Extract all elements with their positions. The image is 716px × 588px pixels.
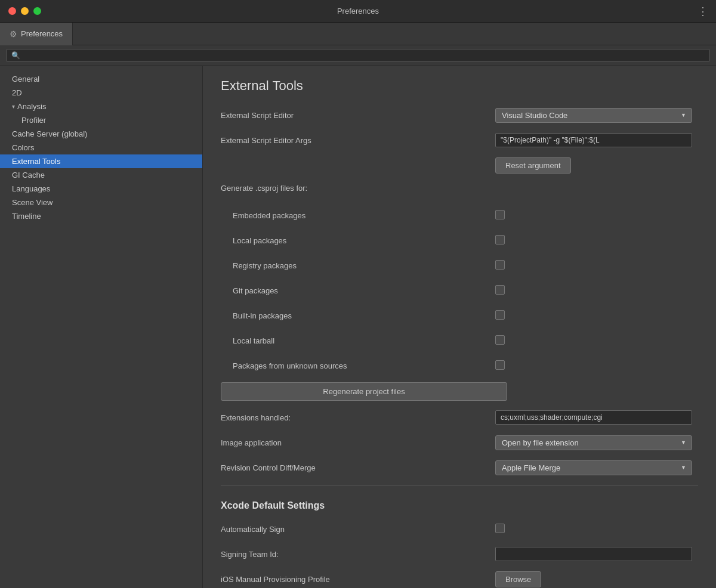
row-script-editor-args: External Script Editor Args — [221, 132, 698, 148]
control-reset: Reset argument — [495, 157, 698, 174]
control-image-application: Open by file extension — [495, 435, 698, 450]
menu-button[interactable]: ⋮ — [698, 5, 709, 18]
xcode-section-title: Xcode Default Settings — [221, 500, 698, 511]
control-pkg-embedded — [495, 210, 698, 221]
gear-icon: ⚙ — [10, 29, 17, 39]
close-button[interactable] — [8, 7, 16, 15]
label-script-editor-args: External Script Editor Args — [221, 136, 495, 145]
label-signing-team: Signing Team Id: — [221, 550, 495, 559]
sidebar-item-external-tools[interactable]: External Tools — [0, 154, 202, 168]
sidebar-item-colors[interactable]: Colors — [0, 141, 202, 154]
label-image-application: Image application — [221, 438, 495, 447]
tab-bar: ⚙ Preferences — [0, 23, 716, 45]
row-csproj-label: Generate .csproj files for: — [221, 182, 698, 199]
input-signing-team[interactable] — [495, 547, 692, 561]
row-revision-control: Revision Control Diff/Merge Apple File M… — [221, 459, 698, 476]
row-pkg-unknown-sources: Packages from unknown sources — [221, 357, 698, 374]
label-pkg-unknown-sources: Packages from unknown sources — [221, 361, 495, 370]
tab-label: Preferences — [21, 29, 63, 38]
checkbox-pkg-registry[interactable] — [495, 260, 505, 270]
sidebar-item-label: Timeline — [12, 212, 41, 221]
label-pkg-local: Local packages — [221, 236, 495, 245]
sidebar-item-scene-view[interactable]: Scene View — [0, 196, 202, 209]
label-auto-sign: Automatically Sign — [221, 525, 495, 534]
control-pkg-local — [495, 235, 698, 246]
sidebar-item-label: Scene View — [12, 198, 53, 207]
row-image-application: Image application Open by file extension — [221, 434, 698, 451]
control-script-editor-args — [495, 133, 698, 147]
row-reset-argument: Reset argument — [221, 157, 698, 174]
checkbox-pkg-embedded[interactable] — [495, 210, 505, 219]
sidebar-item-2d[interactable]: 2D — [0, 86, 202, 100]
minimize-button[interactable] — [21, 7, 29, 15]
content-area: External Tools External Script Editor Vi… — [203, 66, 716, 588]
row-auto-sign: Automatically Sign — [221, 521, 698, 537]
section-title: External Tools — [221, 78, 698, 94]
row-ios-manual: iOS Manual Provisioning Profile Browse — [221, 571, 698, 587]
window-title: Preferences — [337, 7, 379, 16]
control-pkg-builtin — [495, 310, 698, 321]
label-pkg-embedded: Embedded packages — [221, 211, 495, 220]
main-layout: General2D▾AnalysisProfilerCache Server (… — [0, 66, 716, 588]
label-pkg-local-tarball: Local tarball — [221, 336, 495, 345]
dropdown-wrap-revision: Apple File Merge — [495, 460, 692, 475]
checkbox-pkg-unknown-sources[interactable] — [495, 360, 505, 370]
label-pkg-registry: Registry packages — [221, 261, 495, 270]
row-external-script-editor: External Script Editor Visual Studio Cod… — [221, 107, 698, 123]
sidebar-item-languages[interactable]: Languages — [0, 182, 202, 196]
sidebar-item-label: Profiler — [21, 116, 46, 125]
sidebar: General2D▾AnalysisProfilerCache Server (… — [0, 66, 203, 588]
input-script-editor-args[interactable] — [495, 133, 692, 147]
control-extensions-handled — [495, 410, 698, 425]
browse-button[interactable]: Browse — [495, 571, 541, 587]
sidebar-item-analysis[interactable]: ▾Analysis — [0, 100, 202, 113]
row-regenerate: Regenerate project files — [221, 382, 698, 401]
checkbox-pkg-git[interactable] — [495, 285, 505, 295]
reset-argument-button[interactable]: Reset argument — [495, 157, 571, 174]
row-pkg-embedded: Embedded packages — [221, 207, 698, 224]
csproj-label: Generate .csproj files for: — [221, 184, 307, 193]
search-icon: 🔍 — [11, 51, 20, 60]
checkbox-pkg-builtin[interactable] — [495, 310, 505, 320]
traffic-lights — [8, 7, 41, 15]
regenerate-button[interactable]: Regenerate project files — [221, 382, 507, 401]
label-ios-manual: iOS Manual Provisioning Profile — [221, 575, 495, 584]
row-pkg-registry: Registry packages — [221, 257, 698, 274]
chevron-down-icon: ▾ — [12, 103, 15, 110]
row-extensions-handled: Extensions handled: — [221, 409, 698, 426]
maximize-button[interactable] — [33, 7, 41, 15]
dropdown-image-application[interactable]: Open by file extension — [495, 435, 692, 450]
control-pkg-git — [495, 285, 698, 296]
sidebar-item-cache-server[interactable]: Cache Server (global) — [0, 127, 202, 141]
control-auto-sign — [495, 524, 698, 535]
checkbox-pkg-local[interactable] — [495, 235, 505, 245]
label-pkg-git: Git packages — [221, 286, 495, 295]
sidebar-item-timeline[interactable]: Timeline — [0, 209, 202, 223]
row-pkg-local-tarball: Local tarball — [221, 332, 698, 349]
sidebar-item-label: GI Cache — [12, 171, 45, 180]
sidebar-item-label: External Tools — [12, 157, 60, 166]
label-extensions-handled: Extensions handled: — [221, 413, 495, 422]
search-input[interactable] — [24, 51, 705, 60]
control-external-script-editor: Visual Studio Code — [495, 108, 698, 123]
input-extensions-handled[interactable] — [495, 410, 692, 425]
dropdown-wrap-script-editor: Visual Studio Code — [495, 108, 692, 123]
dropdown-script-editor[interactable]: Visual Studio Code — [495, 108, 692, 123]
row-pkg-git: Git packages — [221, 282, 698, 299]
checkbox-auto-sign[interactable] — [495, 524, 505, 533]
label-external-script-editor: External Script Editor — [221, 111, 495, 120]
checkbox-pkg-local-tarball[interactable] — [495, 335, 505, 345]
sidebar-item-label: General — [12, 75, 39, 83]
preferences-tab[interactable]: ⚙ Preferences — [0, 23, 73, 45]
label-pkg-builtin: Built-in packages — [221, 311, 495, 320]
dropdown-revision-control[interactable]: Apple File Merge — [495, 460, 692, 475]
row-pkg-builtin: Built-in packages — [221, 307, 698, 324]
packages-container: Embedded packagesLocal packagesRegistry … — [221, 207, 698, 374]
control-pkg-registry — [495, 260, 698, 271]
sidebar-item-general[interactable]: General — [0, 72, 202, 86]
sidebar-item-gi-cache[interactable]: GI Cache — [0, 168, 202, 182]
row-pkg-local: Local packages — [221, 232, 698, 249]
sidebar-item-label: Colors — [12, 143, 35, 152]
sidebar-item-profiler[interactable]: Profiler — [0, 113, 202, 127]
sidebar-item-label: Analysis — [17, 102, 46, 111]
